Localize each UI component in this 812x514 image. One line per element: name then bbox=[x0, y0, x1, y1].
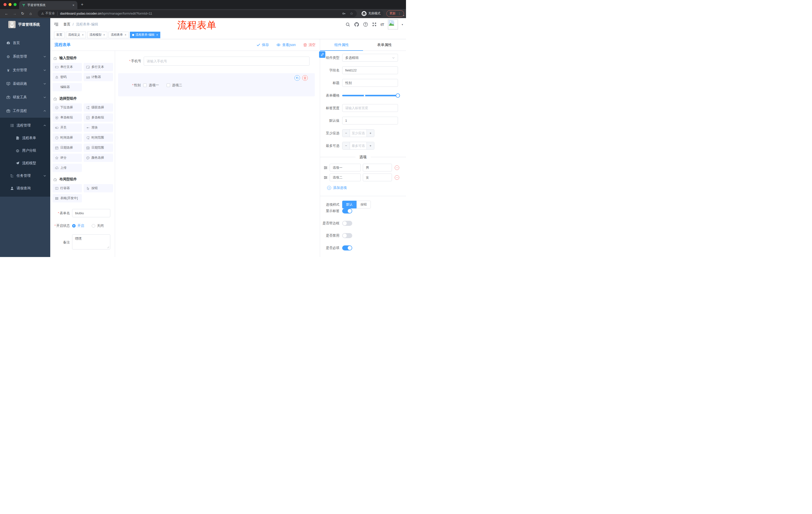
update-button[interactable]: 更新 ⋮ bbox=[386, 10, 404, 17]
sidebar-fold-icon[interactable] bbox=[54, 22, 59, 27]
tag-process-definition[interactable]: 流程定义 × bbox=[66, 32, 86, 38]
tag-close-icon[interactable]: × bbox=[125, 33, 126, 37]
border-toggle[interactable] bbox=[342, 221, 352, 226]
palette-item-rate[interactable]: 评分 bbox=[53, 154, 82, 162]
palette-item-cascader[interactable]: 级联选择 bbox=[84, 103, 113, 112]
window-controls[interactable] bbox=[3, 3, 17, 6]
search-icon[interactable] bbox=[345, 22, 350, 27]
palette-item-date-picker[interactable]: 日期选择 bbox=[53, 143, 82, 152]
sidebar-item-leave-query[interactable]: 请假查询 bbox=[0, 182, 50, 195]
stepper-minus-button[interactable]: − bbox=[343, 130, 350, 137]
palette-item-switch[interactable]: 开关 bbox=[53, 124, 82, 132]
tag-process-model[interactable]: 流程模型 × bbox=[87, 32, 107, 38]
sidebar-item-infrastructure[interactable]: 基础设施 bbox=[0, 77, 50, 90]
forward-button[interactable]: → bbox=[10, 11, 19, 16]
save-button[interactable]: 保存 bbox=[257, 43, 269, 47]
add-option-button[interactable]: + 添加选项 bbox=[327, 184, 406, 191]
delete-component-button[interactable] bbox=[302, 75, 308, 81]
address-bar[interactable]: ⚠ 不安全 dashboard.yudao.iocoder.cn /bpm/ma… bbox=[38, 10, 357, 17]
palette-item-row-container[interactable]: 行容器 bbox=[53, 184, 82, 192]
palette-item-color-picker[interactable]: 颜色选择 bbox=[84, 154, 113, 162]
tab-close-icon[interactable]: × bbox=[72, 3, 75, 7]
password-key-icon[interactable] bbox=[342, 11, 346, 16]
sidebar-item-workflow[interactable]: 工作流程 bbox=[0, 104, 50, 118]
min-select-input[interactable] bbox=[350, 130, 367, 137]
tag-home[interactable]: 首页 bbox=[54, 32, 64, 38]
reload-button[interactable]: ↻ bbox=[19, 11, 27, 16]
avatar-caret-icon[interactable]: ▾ bbox=[402, 23, 403, 26]
remark-textarea[interactable]: 嘿嘿 bbox=[72, 234, 110, 249]
palette-item-editor[interactable]: 编辑器 bbox=[53, 83, 82, 91]
fullscreen-icon[interactable] bbox=[372, 22, 377, 27]
resize-handle-icon[interactable] bbox=[107, 246, 109, 248]
github-icon[interactable] bbox=[354, 22, 359, 27]
slider-handle[interactable] bbox=[396, 93, 400, 98]
palette-item-radio-group[interactable]: 单选框组 bbox=[53, 113, 82, 122]
title-input[interactable] bbox=[342, 79, 398, 87]
canvas-field-phone[interactable]: *手机号 bbox=[115, 57, 320, 65]
style-button-button[interactable]: 按钮 bbox=[356, 201, 371, 209]
sidebar-item-system[interactable]: ⚙ 系统管理 bbox=[0, 50, 50, 63]
component-type-select[interactable]: 多选框组 bbox=[342, 54, 398, 62]
tab-form-props[interactable]: 表单属性 bbox=[363, 39, 406, 51]
drag-handle-icon[interactable] bbox=[324, 166, 328, 170]
new-tab-button[interactable]: + bbox=[81, 2, 83, 7]
form-grid-slider[interactable] bbox=[342, 95, 398, 96]
gender-checkbox-option1[interactable]: 选项一 bbox=[143, 83, 159, 87]
breadcrumb-home[interactable]: 首页 bbox=[63, 22, 70, 27]
palette-item-upload[interactable]: 上传 bbox=[53, 164, 82, 172]
stepper-minus-button[interactable]: − bbox=[343, 142, 350, 150]
chrome-caret-icon[interactable]: ▾ bbox=[403, 14, 404, 17]
option2-label-input[interactable] bbox=[330, 173, 361, 181]
sidebar-item-process-model[interactable]: 流程模型 bbox=[0, 157, 50, 169]
minimize-window-button[interactable] bbox=[8, 3, 11, 6]
maximize-window-button[interactable] bbox=[13, 3, 17, 6]
avatar[interactable] bbox=[388, 19, 398, 29]
back-button[interactable]: ← bbox=[2, 11, 10, 16]
view-json-button[interactable]: 查看json bbox=[277, 43, 296, 47]
palette-item-password[interactable]: 密码 bbox=[53, 73, 82, 81]
tab-component-props[interactable]: 组件属性 bbox=[320, 39, 363, 51]
close-window-button[interactable] bbox=[3, 3, 6, 6]
tag-process-form-edit[interactable]: 流程表单-编辑 × bbox=[130, 32, 160, 38]
sidebar-item-process-mgmt[interactable]: 流程管理 bbox=[0, 119, 50, 132]
font-size-icon[interactable]: tT bbox=[381, 22, 384, 27]
stepper-plus-button[interactable]: + bbox=[367, 142, 374, 150]
browser-tab[interactable]: 芋道管理系统 × bbox=[19, 1, 77, 9]
option2-value-input[interactable] bbox=[363, 173, 392, 181]
sidebar-item-home[interactable]: 首页 bbox=[0, 36, 50, 50]
sidebar-item-payment[interactable]: ¥ 支付管理 bbox=[0, 63, 50, 77]
clear-button[interactable]: 清空 bbox=[303, 43, 316, 47]
form-canvas[interactable]: *手机号 *性别 选项一 选项二 bbox=[115, 51, 320, 257]
gender-checkbox-option2[interactable]: 选项二 bbox=[167, 83, 182, 87]
remove-option-button[interactable]: − bbox=[395, 175, 399, 180]
max-select-input[interactable] bbox=[350, 142, 367, 150]
palette-item-multi-text[interactable]: 多行文本 bbox=[84, 63, 113, 71]
required-toggle[interactable] bbox=[342, 245, 352, 250]
tag-close-icon[interactable]: × bbox=[103, 33, 105, 37]
palette-item-slider[interactable]: 滑块 bbox=[84, 124, 113, 132]
browser-menu-icon[interactable]: ⋮ bbox=[398, 12, 401, 15]
default-value-input[interactable] bbox=[342, 117, 398, 125]
palette-item-checkbox-group[interactable]: 多选框组 bbox=[84, 113, 113, 122]
field-name-input[interactable] bbox=[342, 66, 398, 74]
home-button[interactable]: ⌂ bbox=[27, 11, 35, 16]
tag-process-form[interactable]: 流程表单 × bbox=[109, 32, 128, 38]
sidebar-item-task-mgmt[interactable]: 任务管理 bbox=[0, 169, 50, 182]
remove-option-button[interactable]: − bbox=[395, 165, 399, 170]
palette-item-single-text[interactable]: 单行文本 bbox=[53, 63, 82, 71]
help-icon[interactable] bbox=[363, 22, 368, 27]
label-width-input[interactable] bbox=[342, 104, 398, 112]
option1-label-input[interactable] bbox=[330, 164, 361, 171]
bookmark-star-icon[interactable]: ☆ bbox=[350, 11, 353, 16]
tag-close-icon[interactable]: × bbox=[82, 33, 84, 37]
form-name-input[interactable] bbox=[72, 209, 110, 217]
drag-handle-icon[interactable] bbox=[324, 175, 328, 180]
disabled-toggle[interactable] bbox=[342, 233, 352, 238]
sidebar-item-user-group[interactable]: 用户分组 bbox=[0, 144, 50, 157]
option1-value-input[interactable] bbox=[363, 164, 392, 171]
palette-item-select[interactable]: 下拉选择 bbox=[53, 103, 82, 112]
palette-item-date-range[interactable]: 日期范围 bbox=[84, 143, 113, 152]
palette-item-table[interactable]: 表格[开发中] bbox=[53, 194, 82, 202]
status-radio-on[interactable]: 开启 bbox=[72, 223, 84, 228]
